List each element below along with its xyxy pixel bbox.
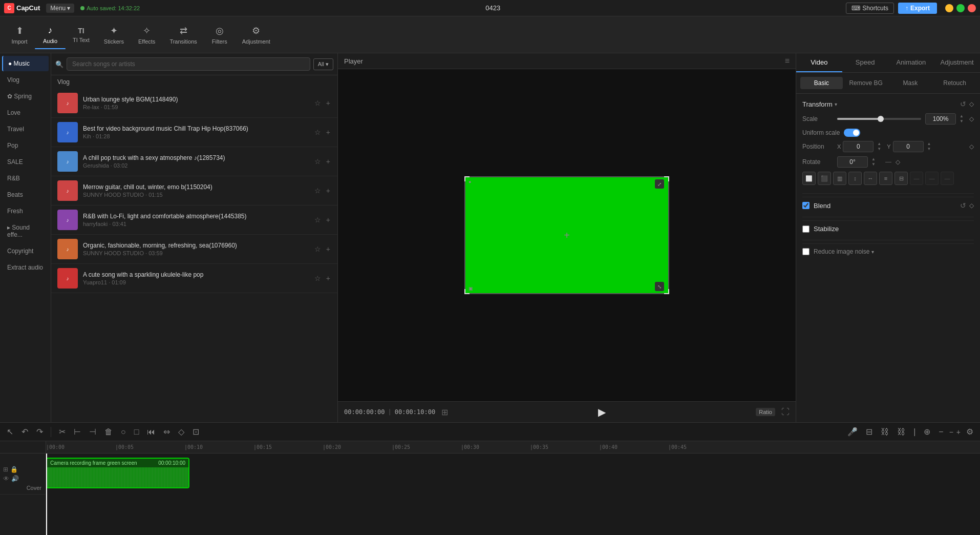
fullscreen-button-small[interactable]: ⤡ xyxy=(655,282,664,291)
sidebar-item-music[interactable]: ● Music xyxy=(2,56,49,71)
settings-button[interactable]: ⚙ xyxy=(964,425,976,438)
unlink-button[interactable]: ⛓ xyxy=(894,426,908,438)
align-top-button[interactable]: ↕ xyxy=(848,172,862,185)
align-center-h-button[interactable]: ⬛ xyxy=(818,172,831,185)
uniform-scale-toggle[interactable] xyxy=(844,129,860,137)
sidebar-item-fresh[interactable]: Fresh xyxy=(2,203,49,219)
scale-up-button[interactable]: ▲ xyxy=(958,114,965,119)
sidebar-item-extract[interactable]: Extract audio xyxy=(2,260,49,275)
add-music-button[interactable]: + xyxy=(325,186,331,196)
list-item[interactable]: ♪ R&B with Lo-Fi, light and comfortable … xyxy=(51,205,337,235)
shortcuts-button[interactable]: ⌨ Shortcuts xyxy=(846,3,894,14)
playhead[interactable] xyxy=(46,454,47,535)
blend-checkbox[interactable] xyxy=(802,202,809,209)
sidebar-item-sale[interactable]: SALE xyxy=(2,154,49,170)
list-item[interactable]: ♪ A cute song with a sparkling ukulele-l… xyxy=(51,264,337,293)
position-keyframe-button[interactable]: ◇ xyxy=(969,143,974,150)
tool-transitions[interactable]: ⇄ Transitions xyxy=(162,22,204,48)
track-visible-button[interactable]: 👁 xyxy=(3,475,9,482)
pos-y-down-button[interactable]: ▼ xyxy=(926,147,933,152)
favorite-button[interactable]: ☆ xyxy=(313,156,322,167)
scale-slider[interactable] xyxy=(837,118,921,120)
align-left-button[interactable]: ⬜ xyxy=(802,172,816,185)
sidebar-item-spring[interactable]: ✿ Spring xyxy=(2,89,49,104)
track-audio-button[interactable]: 🔊 xyxy=(11,475,19,482)
favorite-button[interactable]: ☆ xyxy=(313,215,322,225)
close-button[interactable] xyxy=(968,4,976,12)
redo-button[interactable]: ↷ xyxy=(34,425,46,438)
list-item[interactable]: ♪ Best for video background music Chill … xyxy=(51,118,337,147)
delete-button[interactable]: 🗑 xyxy=(102,426,115,438)
menu-button[interactable]: Menu ▾ xyxy=(46,4,74,13)
favorite-button[interactable]: ☆ xyxy=(313,186,322,196)
blend-reset-button[interactable]: ↺ xyxy=(960,201,966,210)
split-button[interactable]: ✂ xyxy=(56,425,68,438)
tool-stickers[interactable]: ✦ Stickers xyxy=(97,22,131,48)
track-add-button[interactable]: ⊞ xyxy=(3,466,8,473)
play-back-button[interactable]: ⏮ xyxy=(144,426,158,438)
align-right-button[interactable]: ▥ xyxy=(833,172,846,185)
rotate-keyframe-button[interactable]: ◇ xyxy=(896,158,900,166)
maximize-button[interactable] xyxy=(956,4,965,12)
track-lock-button[interactable]: 🔒 xyxy=(10,466,18,473)
rotate-spinner[interactable]: ▲ ▼ xyxy=(870,157,877,167)
grid-button[interactable]: ⊞ xyxy=(441,407,448,417)
align-h-dist-button[interactable]: ⊟ xyxy=(894,172,908,185)
all-filter-button[interactable]: All ▾ xyxy=(313,58,333,70)
list-item[interactable]: ♪ Merrow guitar, chill out, winter, emo … xyxy=(51,176,337,205)
list-item[interactable]: ♪ Organic, fashionable, morning, refresh… xyxy=(51,235,337,264)
link-button[interactable]: ⛓ xyxy=(878,426,891,438)
pos-x-spinner[interactable]: ▲ ▼ xyxy=(876,141,883,152)
add-music-button[interactable]: + xyxy=(325,244,331,254)
search-input[interactable] xyxy=(67,57,310,71)
video-clip[interactable]: Camera recording frame green screen 00:0… xyxy=(46,458,189,488)
subtab-retouch[interactable]: Retouch xyxy=(933,77,976,89)
rotate-input[interactable] xyxy=(837,156,868,168)
sidebar-item-vlog[interactable]: Vlog xyxy=(2,72,49,88)
align-v-dist-button[interactable]: — xyxy=(910,172,923,185)
ratio-button[interactable]: Ratio xyxy=(756,408,775,416)
sidebar-item-sound[interactable]: ▸ Sound effe... xyxy=(2,220,49,242)
mic-button[interactable]: 🎤 xyxy=(845,425,860,438)
reduce-noise-checkbox[interactable] xyxy=(802,248,809,255)
add-music-button[interactable]: + xyxy=(325,215,331,225)
tool-audio[interactable]: ♪ Audio xyxy=(35,22,66,47)
sidebar-item-travel[interactable]: Travel xyxy=(2,121,49,137)
transform-keyframe-button[interactable]: ◇ xyxy=(969,100,974,108)
add-music-button[interactable]: + xyxy=(325,127,331,137)
pos-y-input[interactable] xyxy=(893,141,924,152)
pos-x-input[interactable] xyxy=(843,141,874,152)
favorite-button[interactable]: ☆ xyxy=(313,127,322,137)
minus-button[interactable]: − xyxy=(936,426,946,438)
pos-x-down-button[interactable]: ▼ xyxy=(876,147,883,152)
favorite-button[interactable]: ☆ xyxy=(313,244,322,254)
rotate-up-button[interactable]: ▲ xyxy=(870,157,877,162)
trim-right-button[interactable]: ⊣ xyxy=(87,425,99,438)
diamond-tool-button[interactable]: ◇ xyxy=(176,425,187,438)
tool-adjustment[interactable]: ⚙ Adjustment xyxy=(235,22,278,48)
flip-h-button[interactable]: ⇔ xyxy=(161,425,173,438)
tab-video[interactable]: Video xyxy=(796,53,842,72)
tool-filters[interactable]: ◎ Filters xyxy=(204,22,235,48)
sidebar-item-rnb[interactable]: R&B xyxy=(2,171,49,186)
split-audio-button[interactable]: ⊟ xyxy=(863,425,875,438)
zoom-in-button[interactable]: + xyxy=(956,428,961,436)
tool-text[interactable]: TI TI Text xyxy=(66,24,97,46)
sidebar-item-beats[interactable]: Beats xyxy=(2,187,49,202)
tab-animation[interactable]: Animation xyxy=(888,53,934,72)
pos-y-up-button[interactable]: ▲ xyxy=(926,141,933,147)
tool-import[interactable]: ⬆ Import xyxy=(4,22,35,48)
zoom-out-button[interactable]: − xyxy=(949,428,953,436)
favorite-button[interactable]: ☆ xyxy=(313,98,322,108)
copy-button[interactable]: ⊕ xyxy=(921,425,933,438)
minimize-button[interactable] xyxy=(945,4,953,12)
subtab-removebg[interactable]: Remove BG xyxy=(845,77,887,89)
tool-effects[interactable]: ✧ Effects xyxy=(131,22,162,48)
play-button[interactable]: ▶ xyxy=(598,406,606,418)
tab-speed[interactable]: Speed xyxy=(842,53,888,72)
transform-reset-button[interactable]: ↺ xyxy=(960,100,966,108)
pos-x-up-button[interactable]: ▲ xyxy=(876,141,883,147)
scale-down-button[interactable]: ▼ xyxy=(958,119,965,124)
timeline-split2-button[interactable]: | xyxy=(911,426,918,438)
subtab-mask[interactable]: Mask xyxy=(889,77,932,89)
